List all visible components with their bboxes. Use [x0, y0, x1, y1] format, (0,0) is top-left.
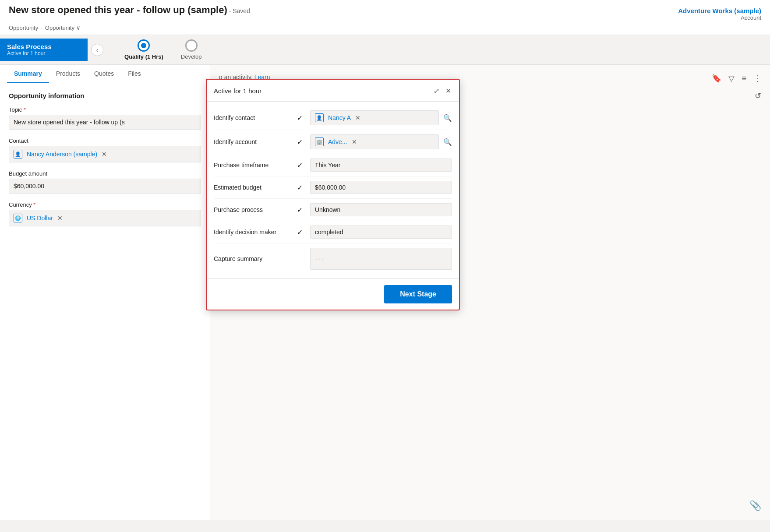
account-name[interactable]: Adventure Works (sample) — [678, 7, 761, 14]
identify-account-remove[interactable]: ✕ — [352, 138, 357, 145]
filter-icon[interactable]: ▽ — [728, 74, 735, 83]
breadcrumb-opportunity-dropdown[interactable]: Opportunity ∨ — [45, 25, 81, 31]
identify-contact-link[interactable]: Nancy A — [328, 114, 351, 121]
contact-link[interactable]: Nancy Anderson (sample) — [27, 151, 97, 158]
decision-maker-check: ✓ — [297, 228, 306, 236]
collapse-button[interactable]: ‹ — [91, 44, 103, 56]
popup-row-identify-contact: Identify contact ✓ 👤 Nancy A ✕ 🔍 — [214, 106, 452, 130]
identify-contact-search-icon[interactable]: 🔍 — [443, 114, 452, 122]
tab-files[interactable]: Files — [121, 65, 148, 83]
chevron-down-icon: ∨ — [76, 25, 81, 31]
identify-account-check: ✓ — [297, 138, 306, 146]
form-area: Opportunity information Topic * New stor… — [0, 83, 210, 243]
field-budget-value[interactable]: $60,000.00 — [9, 179, 201, 194]
expand-icon[interactable]: ⤢ — [433, 86, 440, 96]
refresh-icon[interactable]: ↺ — [755, 91, 761, 101]
field-budget: Budget amount $60,000.00 — [9, 170, 201, 194]
account-label: Account — [678, 14, 761, 21]
purchase-timeframe-check: ✓ — [297, 161, 306, 169]
field-contact-label: Contact — [9, 137, 201, 144]
left-panel: Summary Products Quotes Files Opportunit… — [0, 65, 210, 520]
field-currency-label: Currency * — [9, 201, 201, 208]
field-contact-value: 👤 Nancy Anderson (sample) ✕ — [9, 146, 201, 162]
more-icon[interactable]: ⋮ — [753, 74, 761, 83]
sales-process-subtitle: Active for 1 hour — [7, 50, 81, 56]
tab-quotes[interactable]: Quotes — [87, 65, 121, 83]
popup-body: Identify contact ✓ 👤 Nancy A ✕ 🔍 Identif… — [207, 102, 459, 278]
estimated-budget-check: ✓ — [297, 183, 306, 192]
identify-account-entity-icon: 🏢 — [315, 137, 324, 146]
capture-summary-label: Capture summary — [214, 255, 293, 262]
field-topic-label: Topic * — [9, 106, 201, 113]
saved-label: - Saved — [229, 7, 250, 14]
stage-qualify-label: Qualify (1 Hrs) — [124, 53, 163, 60]
popup-header: Active for 1 hour ⤢ ✕ — [207, 80, 459, 102]
attachment-icon[interactable]: 📎 — [749, 500, 761, 511]
breadcrumb-separator: · — [41, 25, 42, 31]
contact-entity-icon: 👤 — [14, 150, 22, 159]
currency-entity-icon: 🌐 — [14, 214, 22, 222]
breadcrumb-opportunity[interactable]: Opportunity — [9, 25, 38, 31]
field-currency: Currency * 🌐 US Dollar ✕ — [9, 201, 201, 226]
identify-contact-entity-icon: 👤 — [315, 113, 324, 122]
stage-develop-circle — [185, 39, 198, 52]
decision-maker-value[interactable]: completed — [310, 225, 452, 239]
stage-qualify-circle — [138, 39, 150, 52]
identify-contact-check: ✓ — [297, 114, 306, 122]
qualify-popup: Active for 1 hour ⤢ ✕ Identify contact ✓… — [206, 79, 460, 310]
decision-maker-label: Identify decision maker — [214, 229, 293, 236]
field-budget-label: Budget amount — [9, 170, 201, 177]
purchase-timeframe-value[interactable]: This Year — [310, 159, 452, 172]
account-info: Adventure Works (sample) Account — [678, 7, 761, 21]
popup-footer: Next Stage — [207, 278, 459, 310]
field-currency-value: 🌐 US Dollar ✕ — [9, 210, 201, 226]
close-icon[interactable]: ✕ — [445, 86, 452, 96]
purchase-process-value[interactable]: Unknown — [310, 203, 452, 216]
stage-develop-label: Develop — [181, 53, 202, 60]
list-icon[interactable]: ≡ — [742, 74, 746, 83]
popup-row-estimated-budget: Estimated budget ✓ $60,000.00 — [214, 176, 452, 199]
popup-row-capture-summary: Capture summary ✓ --- — [214, 243, 452, 274]
popup-row-decision-maker: Identify decision maker ✓ completed — [214, 221, 452, 243]
identify-account-label: Identify account — [214, 138, 293, 145]
popup-title: Active for 1 hour — [214, 87, 261, 95]
bookmark-icon[interactable]: 🔖 — [712, 74, 721, 83]
identify-account-search-icon[interactable]: 🔍 — [443, 138, 452, 146]
field-topic: Topic * New store opened this year - fol… — [9, 106, 201, 130]
tab-products[interactable]: Products — [49, 65, 87, 83]
identify-account-value: 🏢 Adve... ✕ — [310, 134, 439, 149]
contact-remove-button[interactable]: ✕ — [102, 151, 107, 158]
section-title: Opportunity information — [9, 92, 201, 99]
capture-summary-value[interactable]: --- — [310, 248, 452, 270]
field-contact: Contact 👤 Nancy Anderson (sample) ✕ — [9, 137, 201, 162]
required-indicator: * — [24, 106, 26, 113]
popup-header-icons: ⤢ ✕ — [433, 86, 452, 96]
process-bar: Sales Process Active for 1 hour ‹ Qualif… — [0, 35, 770, 65]
identify-contact-value: 👤 Nancy A ✕ — [310, 110, 439, 125]
page-title: New store opened this year - follow up (… — [9, 4, 227, 15]
identify-account-link[interactable]: Adve... — [328, 138, 347, 145]
breadcrumb: Opportunity · Opportunity ∨ — [9, 23, 761, 35]
stage-develop[interactable]: Develop — [172, 35, 211, 64]
sales-process-badge: Sales Process Active for 1 hour — [0, 39, 88, 61]
identify-contact-remove[interactable]: ✕ — [355, 114, 360, 121]
purchase-process-check: ✓ — [297, 206, 306, 214]
tab-summary[interactable]: Summary — [7, 65, 49, 83]
next-stage-button[interactable]: Next Stage — [384, 285, 452, 303]
popup-row-identify-account: Identify account ✓ 🏢 Adve... ✕ 🔍 — [214, 130, 452, 154]
process-stages: Qualify (1 Hrs) Develop — [107, 35, 770, 64]
purchase-timeframe-label: Purchase timeframe — [214, 162, 293, 169]
stage-qualify[interactable]: Qualify (1 Hrs) — [116, 35, 172, 64]
popup-row-purchase-process: Purchase process ✓ Unknown — [214, 199, 452, 221]
currency-remove-button[interactable]: ✕ — [57, 215, 63, 222]
page-header: New store opened this year - follow up (… — [0, 0, 770, 35]
field-topic-value[interactable]: New store opened this year - follow up (… — [9, 115, 201, 130]
sales-process-title: Sales Process — [7, 43, 81, 50]
required-indicator-currency: * — [33, 201, 35, 208]
currency-link[interactable]: US Dollar — [27, 215, 53, 222]
capture-summary-dash: --- — [315, 255, 325, 263]
estimated-budget-value[interactable]: $60,000.00 — [310, 181, 452, 194]
identify-contact-label: Identify contact — [214, 114, 293, 121]
right-panel-icons: 🔖 ▽ ≡ ⋮ — [712, 74, 761, 83]
popup-row-purchase-timeframe: Purchase timeframe ✓ This Year — [214, 154, 452, 176]
